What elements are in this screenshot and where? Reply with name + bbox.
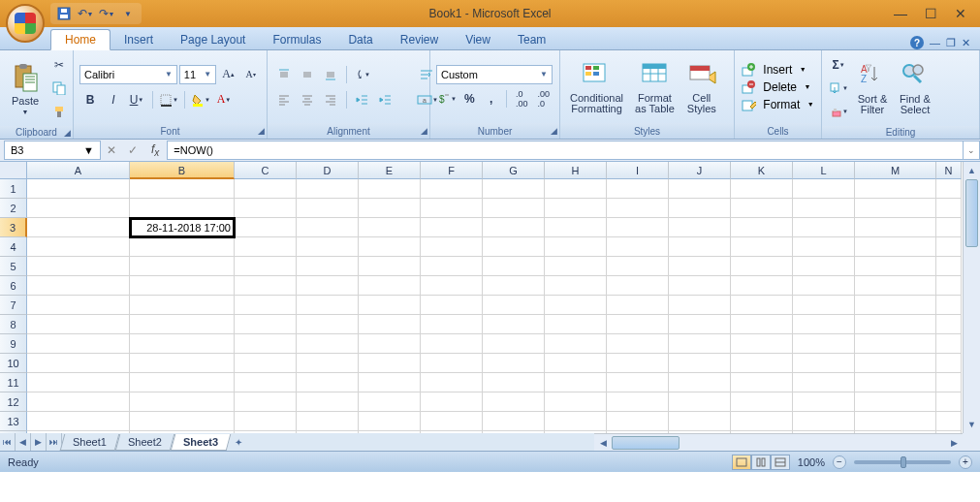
cell[interactable] — [731, 257, 793, 276]
cell[interactable] — [731, 296, 793, 315]
cell[interactable] — [936, 412, 962, 431]
cell[interactable] — [669, 296, 731, 315]
cell[interactable] — [235, 237, 297, 257]
cell[interactable] — [27, 257, 130, 276]
cell[interactable] — [235, 315, 297, 334]
cell[interactable] — [669, 315, 731, 334]
cell[interactable] — [359, 315, 421, 334]
percent-button[interactable]: % — [459, 88, 480, 110]
cell[interactable] — [793, 218, 855, 237]
tab-insert[interactable]: Insert — [111, 30, 167, 49]
tab-scroll-next-icon[interactable]: ▶ — [31, 433, 47, 451]
cell[interactable] — [359, 218, 421, 237]
shrink-font-button[interactable]: A▾ — [240, 64, 261, 85]
cell[interactable] — [130, 199, 235, 218]
cell[interactable] — [607, 199, 669, 218]
align-bottom-button[interactable] — [320, 64, 341, 85]
cell[interactable] — [359, 179, 421, 199]
cell[interactable] — [545, 237, 607, 257]
cell[interactable] — [421, 237, 483, 257]
cell[interactable] — [421, 218, 483, 237]
copy-button[interactable] — [48, 78, 70, 99]
italic-button[interactable]: I — [103, 89, 124, 110]
cell[interactable] — [793, 276, 855, 296]
cell[interactable] — [235, 296, 297, 315]
sheet-tab-2[interactable]: Sheet2 — [115, 434, 174, 451]
cell[interactable] — [297, 276, 359, 296]
sheet-tab-3[interactable]: Sheet3 — [170, 434, 231, 451]
cell[interactable] — [731, 179, 793, 199]
cell[interactable] — [855, 237, 936, 257]
cell[interactable] — [27, 412, 130, 431]
cell[interactable] — [235, 373, 297, 392]
cell[interactable] — [359, 373, 421, 392]
column-header[interactable]: L — [793, 162, 855, 179]
cell[interactable] — [607, 218, 669, 237]
cell[interactable] — [855, 276, 936, 296]
decrease-decimal-button[interactable]: .00.0 — [533, 88, 553, 110]
cell[interactable] — [130, 315, 235, 334]
expand-formula-bar-icon[interactable]: ⌄ — [963, 141, 980, 160]
scroll-left-icon[interactable]: ◀ — [594, 438, 612, 448]
cell[interactable] — [607, 276, 669, 296]
sort-filter-button[interactable]: AZ Sort & Filter — [853, 59, 892, 117]
row-header[interactable]: 7 — [0, 296, 27, 315]
cell[interactable] — [793, 392, 855, 412]
cell[interactable] — [936, 296, 962, 315]
cell[interactable] — [359, 276, 421, 296]
redo-icon[interactable]: ↷▼ — [99, 6, 114, 21]
cell[interactable] — [235, 179, 297, 199]
column-header[interactable]: K — [731, 162, 793, 179]
cell[interactable] — [359, 257, 421, 276]
cell[interactable] — [421, 392, 483, 412]
row-header[interactable]: 1 — [0, 179, 27, 199]
column-header[interactable]: E — [359, 162, 421, 179]
cell[interactable] — [545, 373, 607, 392]
cell[interactable] — [669, 237, 731, 257]
cell[interactable] — [731, 218, 793, 237]
cell[interactable] — [545, 179, 607, 199]
cell[interactable] — [130, 237, 235, 257]
column-header[interactable]: C — [235, 162, 297, 179]
cell[interactable] — [359, 354, 421, 373]
row-header[interactable]: 6 — [0, 276, 27, 296]
cell[interactable] — [235, 412, 297, 431]
cell[interactable] — [421, 354, 483, 373]
cell[interactable] — [483, 199, 545, 218]
tab-scroll-prev-icon[interactable]: ◀ — [16, 433, 31, 451]
cell[interactable] — [545, 276, 607, 296]
vertical-scroll-thumb[interactable] — [965, 179, 978, 247]
fill-color-button[interactable]: ▼ — [190, 89, 211, 110]
tab-page-layout[interactable]: Page Layout — [167, 30, 259, 49]
column-header[interactable]: F — [421, 162, 483, 179]
cell[interactable] — [607, 354, 669, 373]
cell[interactable] — [421, 257, 483, 276]
tab-team[interactable]: Team — [504, 30, 559, 49]
align-left-button[interactable] — [273, 89, 295, 110]
cell[interactable] — [27, 354, 130, 373]
cell[interactable] — [669, 412, 731, 431]
cell[interactable] — [793, 412, 855, 431]
cell[interactable] — [421, 199, 483, 218]
cell[interactable] — [545, 392, 607, 412]
paste-button[interactable]: Paste ▼ — [6, 60, 45, 117]
cell[interactable] — [27, 218, 130, 237]
cell[interactable] — [855, 199, 936, 218]
cell[interactable] — [27, 237, 130, 257]
row-header[interactable]: 11 — [0, 373, 27, 392]
fill-button[interactable]: ▼ — [828, 78, 849, 99]
cell[interactable] — [936, 373, 962, 392]
column-header[interactable]: N — [936, 162, 962, 179]
cell[interactable] — [297, 257, 359, 276]
cell[interactable] — [130, 392, 235, 412]
cell[interactable] — [607, 412, 669, 431]
row-header[interactable]: 13 — [0, 412, 27, 431]
zoom-level[interactable]: 100% — [798, 456, 825, 468]
cell[interactable] — [855, 179, 936, 199]
page-layout-view-button[interactable] — [751, 455, 771, 470]
cell[interactable] — [297, 354, 359, 373]
cell[interactable] — [297, 315, 359, 334]
font-dialog-icon[interactable]: ◢ — [258, 126, 265, 136]
row-header[interactable]: 3 — [0, 218, 27, 237]
row-header[interactable]: 10 — [0, 354, 27, 373]
